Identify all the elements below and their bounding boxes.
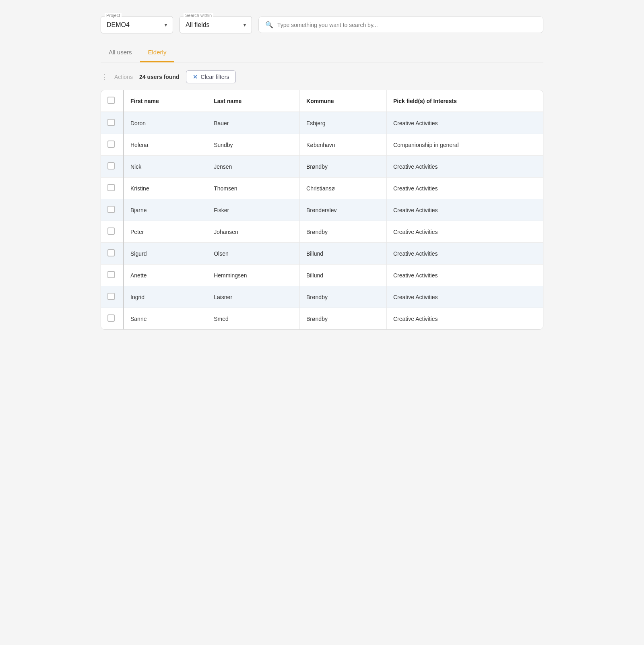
row-checkbox-cell [101, 308, 124, 330]
cell-interests: Creative Activities [386, 199, 543, 221]
cell-last-name: Smed [207, 308, 300, 330]
row-checkbox-cell [101, 156, 124, 178]
clear-filters-button[interactable]: ✕ Clear filters [186, 70, 236, 83]
cell-interests: Creative Activities [386, 221, 543, 243]
cell-kommune: Brøndby [300, 308, 387, 330]
cell-interests: Creative Activities [386, 112, 543, 134]
project-label: Project [105, 13, 122, 18]
cell-first-name: Sanne [124, 308, 207, 330]
cell-last-name: Sundby [207, 134, 300, 156]
cell-first-name: Ingrid [124, 286, 207, 308]
table-row: Kristine Thomsen Christiansø Creative Ac… [101, 178, 543, 199]
row-checkbox-cell [101, 199, 124, 221]
row-checkbox[interactable] [107, 119, 115, 126]
cell-first-name: Nick [124, 156, 207, 178]
cell-kommune: Billund [300, 265, 387, 286]
page-container: Project DEMO4 ▼ Search within All fields… [101, 16, 543, 330]
header-checkbox-cell [101, 90, 124, 112]
cell-last-name: Johansen [207, 221, 300, 243]
search-input[interactable] [277, 22, 537, 28]
col-header-interests: Pick field(s) of Interests [386, 90, 543, 112]
cell-kommune: Esbjerg [300, 112, 387, 134]
cell-interests: Creative Activities [386, 265, 543, 286]
cell-first-name: Doron [124, 112, 207, 134]
cell-first-name: Anette [124, 265, 207, 286]
row-checkbox-cell [101, 112, 124, 134]
cell-interests: Creative Activities [386, 178, 543, 199]
actions-dots-icon[interactable]: ⋮ [101, 72, 108, 81]
table-row: Anette Hemmingsen Billund Creative Activ… [101, 265, 543, 286]
row-checkbox[interactable] [107, 314, 115, 322]
actions-label: Actions [114, 74, 133, 80]
table-row: Peter Johansen Brøndby Creative Activiti… [101, 221, 543, 243]
row-checkbox-cell [101, 286, 124, 308]
cell-last-name: Jensen [207, 156, 300, 178]
project-select[interactable]: DEMO4 [101, 16, 173, 33]
tab-all-users[interactable]: All users [101, 43, 140, 62]
cell-kommune: Christiansø [300, 178, 387, 199]
users-found-count: 24 users found [139, 74, 180, 80]
table-header-row: First name Last name Kommune Pick field(… [101, 90, 543, 112]
row-checkbox-cell [101, 178, 124, 199]
search-within-dropdown-wrapper: Search within All fields ▼ [180, 16, 252, 33]
cell-interests: Creative Activities [386, 156, 543, 178]
cell-kommune: Brønderslev [300, 199, 387, 221]
cell-last-name: Thomsen [207, 178, 300, 199]
row-checkbox-cell [101, 265, 124, 286]
cell-kommune: Brøndby [300, 221, 387, 243]
row-checkbox[interactable] [107, 184, 115, 191]
row-checkbox-cell [101, 243, 124, 265]
cell-first-name: Peter [124, 221, 207, 243]
table-row: Nick Jensen Brøndby Creative Activities [101, 156, 543, 178]
top-bar: Project DEMO4 ▼ Search within All fields… [101, 16, 543, 33]
cell-first-name: Sigurd [124, 243, 207, 265]
actions-bar: ⋮ Actions 24 users found ✕ Clear filters [101, 70, 543, 83]
row-checkbox-cell [101, 134, 124, 156]
cell-interests: Companionship in general [386, 134, 543, 156]
col-header-first-name: First name [124, 90, 207, 112]
cell-last-name: Laisner [207, 286, 300, 308]
cell-interests: Creative Activities [386, 308, 543, 330]
table-row: Ingrid Laisner Brøndby Creative Activiti… [101, 286, 543, 308]
tabs-bar: All users Elderly [101, 43, 543, 62]
table-row: Bjarne Fisker Brønderslev Creative Activ… [101, 199, 543, 221]
cell-first-name: Kristine [124, 178, 207, 199]
cell-last-name: Bauer [207, 112, 300, 134]
table-row: Sanne Smed Brøndby Creative Activities [101, 308, 543, 330]
row-checkbox[interactable] [107, 206, 115, 213]
select-all-checkbox[interactable] [107, 97, 115, 104]
row-checkbox-cell [101, 221, 124, 243]
clear-filters-x-icon: ✕ [193, 74, 198, 80]
row-checkbox[interactable] [107, 227, 115, 235]
search-within-select[interactable]: All fields [180, 16, 252, 33]
cell-first-name: Helena [124, 134, 207, 156]
cell-last-name: Fisker [207, 199, 300, 221]
cell-interests: Creative Activities [386, 286, 543, 308]
search-icon: 🔍 [265, 21, 273, 29]
cell-kommune: Billund [300, 243, 387, 265]
table-row: Sigurd Olsen Billund Creative Activities [101, 243, 543, 265]
search-within-label: Search within [184, 13, 213, 18]
cell-interests: Creative Activities [386, 243, 543, 265]
row-checkbox[interactable] [107, 271, 115, 278]
search-box: 🔍 [258, 17, 543, 33]
cell-first-name: Bjarne [124, 199, 207, 221]
table-wrapper: First name Last name Kommune Pick field(… [101, 90, 543, 330]
col-header-last-name: Last name [207, 90, 300, 112]
cell-last-name: Hemmingsen [207, 265, 300, 286]
row-checkbox[interactable] [107, 141, 115, 148]
cell-last-name: Olsen [207, 243, 300, 265]
table-row: Doron Bauer Esbjerg Creative Activities [101, 112, 543, 134]
table-row: Helena Sundby København Companionship in… [101, 134, 543, 156]
row-checkbox[interactable] [107, 249, 115, 256]
clear-filters-label: Clear filters [201, 74, 229, 80]
row-checkbox[interactable] [107, 162, 115, 170]
cell-kommune: Brøndby [300, 156, 387, 178]
cell-kommune: Brøndby [300, 286, 387, 308]
row-checkbox[interactable] [107, 293, 115, 300]
tab-elderly[interactable]: Elderly [140, 43, 175, 62]
cell-kommune: København [300, 134, 387, 156]
col-header-kommune: Kommune [300, 90, 387, 112]
users-table: First name Last name Kommune Pick field(… [101, 90, 543, 329]
project-dropdown-wrapper: Project DEMO4 ▼ [101, 16, 173, 33]
